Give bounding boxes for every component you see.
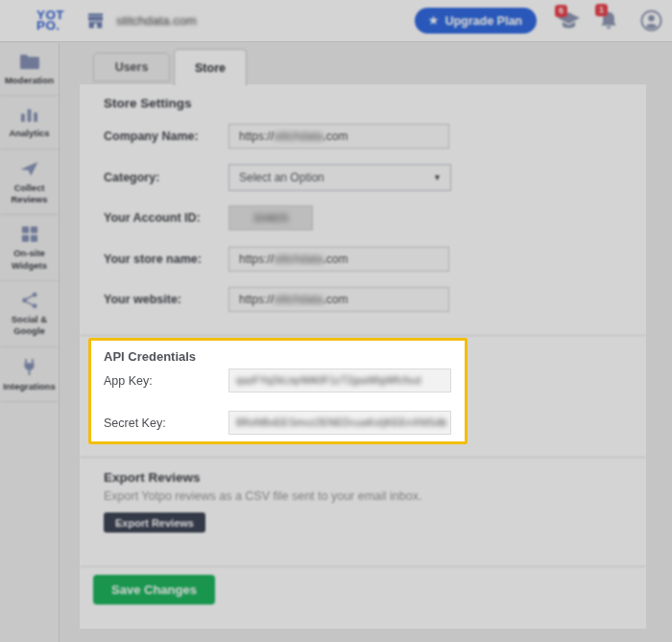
website-input[interactable]: https://stitchdata.com <box>228 287 449 312</box>
company-name-label: Company Name: <box>104 130 228 143</box>
tab-store[interactable]: Store <box>174 49 247 85</box>
secret-key-input[interactable]: 8RsNBxEESmvz2ENEDcuaKsIjKEEnXfdSdb <box>228 411 451 435</box>
censored-app-key: qazFYq2kLtqrMA0F1zT2jpaWlgWfcfsut <box>236 374 421 386</box>
save-changes-button[interactable]: Save Changes <box>93 575 215 605</box>
api-credentials-highlight-box: API Credentials App Key: qazFYq2kLtqrMA0… <box>88 338 468 444</box>
category-selected-value: Select an Option <box>239 171 324 184</box>
storefront-icon[interactable] <box>87 13 104 29</box>
yotpo-logo-line2: PO. <box>36 21 64 32</box>
upgrade-plan-label: Upgrade Plan <box>444 14 522 28</box>
api-credentials-heading: API Credentials <box>104 349 465 364</box>
censored-domain: stitchdata <box>274 252 323 266</box>
category-select[interactable]: Select an Option ▼ <box>228 164 451 191</box>
sidebar-item-label: On-site Widgets <box>2 248 57 272</box>
url-suffix: .com <box>323 293 348 306</box>
url-prefix: https:// <box>239 293 274 306</box>
app-key-row: App Key: qazFYq2kLtqrMA0F1zT2jpaWlgWfcfs… <box>104 369 465 392</box>
store-name-row: Your store name: https://stitchdata.com <box>104 247 646 272</box>
export-reviews-heading: Export Reviews <box>104 470 646 485</box>
sidebar-item-label: Integrations <box>2 381 57 392</box>
url-prefix: https:// <box>239 130 274 143</box>
website-row: Your website: https://stitchdata.com <box>104 287 646 312</box>
sidebar-item-analytics[interactable]: Analytics <box>0 96 59 149</box>
sidebar-nav: Moderation Analytics Collect Reviews <box>0 43 60 642</box>
top-nav-bar: YOT PO. stitchdata.com ★ Upgrade Plan 6 <box>0 0 672 42</box>
sidebar-item-onsite-widgets[interactable]: On-site Widgets <box>0 215 59 281</box>
url-suffix: .com <box>323 252 348 266</box>
sidebar-item-social-google[interactable]: Social & Google <box>0 281 59 347</box>
app-key-input[interactable]: qazFYq2kLtqrMA0F1zT2jpaWlgWfcfsut <box>228 369 451 392</box>
star-icon: ★ <box>429 15 439 26</box>
upgrade-plan-button[interactable]: ★ Upgrade Plan <box>415 8 537 34</box>
account-id-value: 334825 <box>228 205 313 230</box>
education-badge: 6 <box>555 5 567 17</box>
tab-users[interactable]: Users <box>93 53 170 82</box>
sidebar-item-label: Moderation <box>2 75 57 86</box>
url-prefix: https:// <box>239 252 274 266</box>
store-domain[interactable]: stitchdata.com <box>116 13 197 28</box>
education-button[interactable]: 6 <box>554 12 583 30</box>
censored-secret-key: 8RsNBxEESmvz2ENEDcuaKsIjKEEnXfdSdb <box>236 416 447 428</box>
sidebar-item-integrations[interactable]: Integrations <box>0 347 59 402</box>
store-settings-heading: Store Settings <box>104 96 646 110</box>
website-label: Your website: <box>104 293 228 306</box>
section-divider <box>80 566 646 567</box>
yotpo-logo[interactable]: YOT PO. <box>36 11 64 31</box>
store-name-input[interactable]: https://stitchdata.com <box>228 247 449 272</box>
censored-domain: stitchdata <box>274 130 323 143</box>
person-icon <box>640 10 662 32</box>
export-reviews-description: Export Yotpo reviews as a CSV file sent … <box>104 489 646 503</box>
export-reviews-button[interactable]: Export Reviews <box>104 512 205 533</box>
account-id-row: Your Account ID: 334825 <box>104 205 646 230</box>
sidebar-item-moderation[interactable]: Moderation <box>0 43 59 96</box>
company-name-row: Company Name: https://stitchdata.com <box>104 124 646 149</box>
account-menu-button[interactable] <box>640 10 662 32</box>
censored-domain: stitchdata <box>274 293 323 306</box>
category-row: Category: Select an Option ▼ <box>104 164 646 191</box>
widgets-grid-icon <box>2 226 57 243</box>
share-icon <box>2 292 57 309</box>
category-label: Category: <box>104 171 228 184</box>
folder-icon <box>2 54 57 70</box>
paper-plane-icon <box>2 160 57 178</box>
company-name-input[interactable]: https://stitchdata.com <box>228 124 449 149</box>
app-key-label: App Key: <box>104 374 228 388</box>
chevron-down-icon: ▼ <box>433 173 442 182</box>
account-id-label: Your Account ID: <box>104 211 228 225</box>
notifications-button[interactable]: 1 <box>594 11 623 31</box>
secret-key-row: Secret Key: 8RsNBxEESmvz2ENEDcuaKsIjKEEn… <box>104 411 465 435</box>
secret-key-label: Secret Key: <box>104 416 228 430</box>
sidebar-item-collect-reviews[interactable]: Collect Reviews <box>0 150 59 216</box>
sidebar-item-label: Collect Reviews <box>2 182 57 206</box>
sidebar-item-label: Social & Google <box>2 314 57 338</box>
notifications-badge: 1 <box>595 4 608 16</box>
censored-account-id: 334825 <box>253 212 289 224</box>
plug-icon <box>2 358 57 376</box>
sidebar-item-label: Analytics <box>2 128 57 139</box>
bar-chart-icon <box>2 107 57 123</box>
store-settings-panel: Store Settings Company Name: https://sti… <box>80 84 646 629</box>
url-suffix: .com <box>323 130 348 143</box>
store-name-label: Your store name: <box>104 252 228 266</box>
